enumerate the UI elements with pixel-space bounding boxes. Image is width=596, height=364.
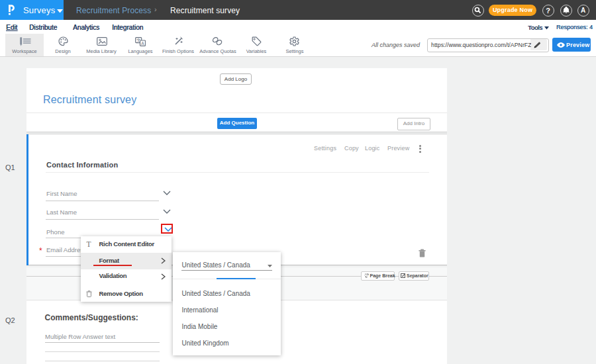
svg-text:A: A bbox=[141, 41, 144, 46]
